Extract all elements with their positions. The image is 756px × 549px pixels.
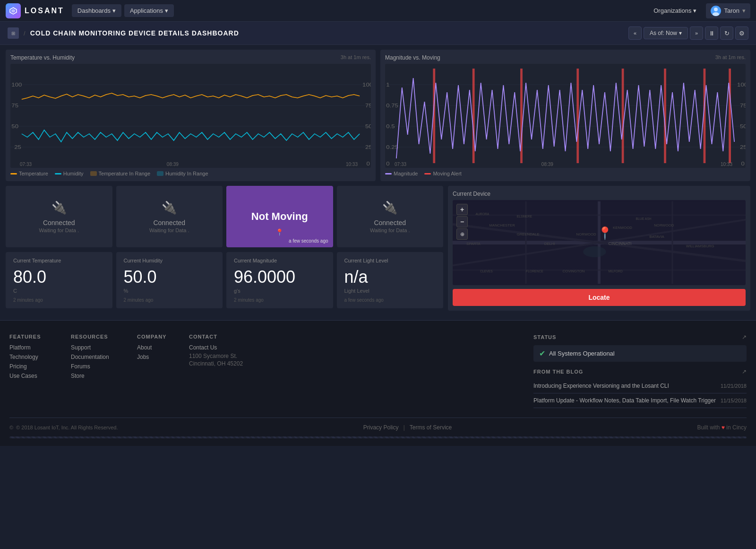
small-pin: 📍 <box>275 228 284 236</box>
status-ok-text: All Systems Operational <box>549 350 615 357</box>
applications-menu[interactable]: Applications ▾ <box>124 4 174 17</box>
privacy-policy-link[interactable]: Privacy Policy <box>363 424 399 431</box>
heart-icon: ♥ <box>722 424 725 431</box>
link-documentation[interactable]: Documentation <box>71 354 123 360</box>
map-zoom-in[interactable]: + <box>456 204 468 215</box>
waiting-label-4: Waiting for Data . <box>370 227 410 233</box>
blog-entry-2-title[interactable]: Platform Update - Workflow Notes, Data T… <box>533 397 716 404</box>
mag-chart-area: 100 75 50 25 0 1 0.75 0.5 0.25 0 <box>385 64 746 168</box>
svg-text:100: 100 <box>737 82 746 88</box>
legend-magnitude: Magnitude <box>385 171 418 176</box>
status-card-3: Not Moving 📍 a few seconds ago <box>226 186 333 247</box>
metric-temp-title: Current Temperature <box>13 258 105 263</box>
time-settings-btn[interactable]: ⚙ <box>735 26 748 40</box>
svg-rect-34 <box>576 69 579 163</box>
map-zoom-out[interactable]: − <box>456 216 468 227</box>
footer-features: FEATURES Platform Technology Pricing Use… <box>9 334 57 408</box>
map-area: SPARTA MANCHESTER GREENDALE DELHI NORWOO… <box>453 200 746 285</box>
svg-text:WILLIAMSBURG: WILLIAMSBURG <box>686 244 714 248</box>
svg-text:NORWOOD: NORWOOD <box>576 232 596 236</box>
organizations-menu[interactable]: Organizations ▾ <box>648 4 702 17</box>
metric-cards-row: Current Temperature 80.0 C 2 minutes ago… <box>6 252 443 308</box>
blog-section: FROM THE BLOG ↗ Introducing Experience V… <box>533 368 747 408</box>
time-fwd-btn[interactable]: » <box>690 26 703 40</box>
connected-label-4: Connected <box>374 219 406 227</box>
svg-text:0: 0 <box>366 161 370 167</box>
blog-title: FROM THE BLOG <box>533 369 583 375</box>
metric-light-title: Current Light Level <box>344 258 436 263</box>
svg-text:COVINGTON: COVINGTON <box>563 269 585 273</box>
row2: 🔌 Connected Waiting for Data . 🔌 Connect… <box>6 186 750 311</box>
map-background: SPARTA MANCHESTER GREENDALE DELHI NORWOO… <box>453 200 746 285</box>
blog-entry-1-title[interactable]: Introducing Experience Versioning and th… <box>533 383 669 389</box>
link-use-cases[interactable]: Use Cases <box>9 373 57 379</box>
waiting-label-1: Waiting for Data . <box>39 227 79 233</box>
metric-temp-value: 80.0 <box>13 267 105 287</box>
map-pin: 📍 <box>597 226 612 241</box>
breadcrumb-icon: ⊞ <box>8 27 19 39</box>
time-back-btn[interactable]: « <box>628 26 642 40</box>
metric-light: Current Light Level n/a Light Level a fe… <box>337 252 444 308</box>
company-title: COMPANY <box>137 334 175 340</box>
link-jobs[interactable]: Jobs <box>137 354 175 360</box>
metric-light-value: n/a <box>344 267 436 287</box>
logo-icon <box>6 3 21 18</box>
dashboards-menu[interactable]: Dashboards ▾ <box>72 4 121 17</box>
svg-text:CLEVES: CLEVES <box>480 270 493 273</box>
link-about[interactable]: About <box>137 344 175 351</box>
blog-entry-1-date: 11/21/2018 <box>721 383 747 389</box>
copyright: © © 2018 Losant IoT, Inc. All Rights Res… <box>9 425 118 430</box>
breadcrumb-bar: ⊞ / COLD CHAIN MONITORING DEVICE DETAILS… <box>0 22 756 45</box>
time-refresh-btn[interactable]: ↻ <box>720 26 733 40</box>
plug-icon-2: 🔌 <box>162 200 177 215</box>
status-card-4: 🔌 Connected Waiting for Data . <box>337 186 444 247</box>
link-pricing[interactable]: Pricing <box>9 363 57 370</box>
footer-bottom: © © 2018 Losant IoT, Inc. All Rights Res… <box>9 418 747 431</box>
map-compass[interactable]: ⊕ <box>456 228 468 240</box>
link-technology[interactable]: Technology <box>9 354 57 360</box>
svg-text:25: 25 <box>365 144 371 150</box>
status-title: STATUS <box>533 334 556 340</box>
status-card-1: 🔌 Connected Waiting for Data . <box>6 186 112 247</box>
user-menu[interactable]: Taron ▾ <box>706 3 750 18</box>
svg-text:50: 50 <box>11 123 18 130</box>
mag-chart-legend: Magnitude Moving Alert <box>385 171 746 176</box>
user-chevron: ▾ <box>742 7 746 14</box>
status-cards-row: 🔌 Connected Waiting for Data . 🔌 Connect… <box>6 186 443 247</box>
link-platform[interactable]: Platform <box>9 344 57 351</box>
org-chevron: ▾ <box>693 7 696 14</box>
svg-point-3 <box>713 12 719 16</box>
logo-text: LOSANT <box>25 7 64 15</box>
link-support[interactable]: Support <box>71 344 123 351</box>
time-pause-btn[interactable]: ⏸ <box>705 26 718 40</box>
link-store[interactable]: Store <box>71 373 123 379</box>
footer-decoration <box>9 436 747 438</box>
temp-chart-title: Temperature vs. Humidity <box>10 54 75 61</box>
external-link-icon: ↗ <box>742 334 747 340</box>
legend-temp-range: Temperature In Range <box>90 171 150 176</box>
footer-status-section: STATUS ↗ ✔ All Systems Operational FROM … <box>533 334 747 408</box>
dashboards-chevron: ▾ <box>112 7 116 14</box>
link-forums[interactable]: Forums <box>71 363 123 370</box>
charts-row: Temperature vs. Humidity 3h at 1m res. 1… <box>6 50 750 181</box>
metric-humidity: Current Humidity 50.0 % 2 minutes ago <box>116 252 223 308</box>
locate-button[interactable]: Locate <box>453 289 746 306</box>
link-contact-us[interactable]: Contact Us <box>189 344 255 351</box>
main-content: Temperature vs. Humidity 3h at 1m res. 1… <box>0 45 756 320</box>
status-check-icon: ✔ <box>539 349 545 358</box>
svg-text:CINCINNATI: CINCINNATI <box>608 241 631 246</box>
blog-header: FROM THE BLOG ↗ <box>533 368 747 375</box>
mag-chart-title: Magnitude vs. Moving <box>385 54 440 61</box>
avatar <box>711 6 721 16</box>
terms-link[interactable]: Terms of Service <box>410 424 452 431</box>
svg-text:BLUE ASH: BLUE ASH <box>636 217 652 220</box>
svg-text:BATAVIA: BATAVIA <box>650 235 665 239</box>
status-header: STATUS ↗ <box>533 334 747 340</box>
svg-text:75: 75 <box>365 103 371 109</box>
svg-text:GREENDALE: GREENDALE <box>517 232 540 236</box>
metric-light-time: a few seconds ago <box>344 297 436 303</box>
svg-marker-1 <box>11 9 15 13</box>
time-chevron: ▾ <box>679 30 682 36</box>
metric-temp: Current Temperature 80.0 C 2 minutes ago <box>6 252 112 308</box>
metric-light-unit: Light Level <box>344 288 436 294</box>
